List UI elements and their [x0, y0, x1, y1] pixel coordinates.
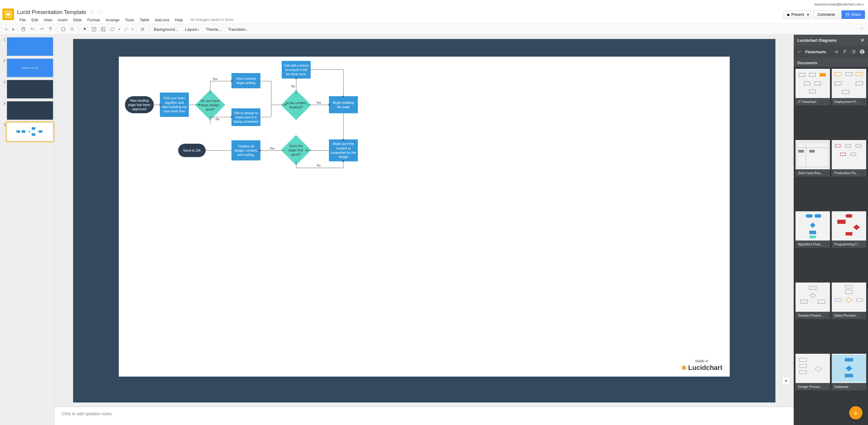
menu-tools[interactable]: Tools [122, 17, 136, 24]
fc-support: Make sure the content is supported by th… [329, 139, 358, 161]
svg-rect-3 [847, 14, 848, 14]
menu-arrange[interactable]: Arrange [103, 17, 122, 24]
undo-icon[interactable] [28, 25, 37, 33]
doc-label: Swim lane flow... [796, 169, 830, 176]
doc-label: Production Flo... [832, 169, 866, 176]
doc-card[interactable]: Algorithm Flow... [796, 211, 830, 248]
image-icon[interactable] [99, 25, 107, 33]
doc-card[interactable]: Sales Process ... [832, 283, 866, 319]
line-dropdown[interactable]: ▾ [131, 25, 134, 33]
svg-rect-66 [845, 374, 853, 377]
print-icon[interactable] [19, 25, 28, 33]
account-icon[interactable] [860, 49, 865, 55]
slide-canvas[interactable]: New landing page has been approved Pull … [119, 57, 730, 377]
redo-icon[interactable] [37, 25, 46, 33]
close-icon[interactable]: ✕ [860, 37, 864, 43]
menu-edit[interactable]: Edit [29, 17, 40, 24]
menu-help[interactable]: Help [173, 17, 185, 24]
doc-card[interactable]: Database [832, 354, 866, 390]
svg-rect-10 [141, 28, 144, 30]
doc-title[interactable]: Lucid Presentation Template [17, 9, 86, 15]
svg-marker-56 [845, 297, 852, 303]
svg-point-18 [861, 50, 863, 52]
svg-rect-27 [856, 72, 863, 76]
transition-button[interactable]: Transition... [225, 27, 252, 32]
zoom-icon[interactable] [68, 25, 77, 33]
collapse-toolbar-icon[interactable]: ⌃ [858, 25, 866, 33]
paint-format-icon[interactable] [46, 25, 55, 33]
svg-point-8 [102, 28, 103, 29]
new-slide-button[interactable]: ＋ [2, 25, 10, 33]
slide-thumb-1[interactable] [7, 37, 53, 56]
fit-icon[interactable] [59, 25, 68, 33]
shape-dropdown[interactable]: ▾ [117, 25, 121, 33]
theme-button[interactable]: Theme... [203, 27, 224, 32]
svg-rect-23 [814, 81, 820, 85]
menu-table[interactable]: Table [137, 17, 152, 24]
svg-marker-48 [853, 224, 860, 230]
svg-rect-53 [818, 300, 825, 303]
slide-thumb-2[interactable]: Diagrams done right [7, 59, 53, 77]
menu-file[interactable]: File [17, 17, 28, 24]
doc-card[interactable]: Programming F... [832, 211, 866, 248]
star-icon[interactable] [89, 10, 94, 14]
list-icon[interactable] [851, 49, 857, 55]
new-slide-dropdown[interactable]: ▾ [11, 25, 15, 33]
doc-label: Deployment Fl... [832, 98, 866, 105]
menu-view[interactable]: View [41, 17, 55, 24]
doc-card[interactable]: Swim lane flow... [796, 140, 830, 176]
shape-icon[interactable] [108, 25, 117, 33]
fc-pull-team: Pull your team together and start buildi… [160, 93, 189, 117]
menu-insert[interactable]: Insert [55, 17, 70, 24]
svg-rect-44 [809, 231, 816, 234]
doc-card[interactable]: Deployment Fl... [832, 69, 866, 105]
refresh-icon[interactable]: ⟳ [834, 49, 839, 55]
comment-icon[interactable] [138, 25, 147, 33]
layout-button[interactable]: Layout [182, 27, 202, 32]
svg-rect-22 [804, 81, 810, 85]
menu-format[interactable]: Format [85, 17, 102, 24]
svg-rect-49 [845, 232, 852, 235]
svg-rect-59 [800, 358, 807, 361]
svg-rect-14 [32, 133, 35, 136]
background-button[interactable]: Background... [151, 27, 181, 32]
fc-content-q: Is the content finished? [285, 94, 307, 116]
doc-card[interactable]: Sample Flowch... [796, 283, 830, 319]
select-tool-icon[interactable] [81, 25, 89, 33]
comments-button[interactable]: Comments [813, 10, 839, 19]
explore-button[interactable]: ✦ [782, 377, 790, 385]
sort-icon[interactable] [842, 49, 848, 55]
doc-card[interactable]: IT Flowchart [796, 69, 830, 105]
doc-card[interactable]: Design Proces... [796, 354, 830, 390]
slides-logo[interactable] [2, 8, 14, 20]
svg-rect-41 [806, 214, 813, 218]
drive-icon[interactable] [97, 10, 102, 14]
present-dropdown[interactable]: ▾ [805, 10, 811, 19]
user-email[interactable]: laurenmcneely@lucidchart.com [815, 2, 866, 6]
menu-addons[interactable]: Add-ons [152, 17, 172, 24]
svg-point-5 [71, 28, 73, 30]
fc-qa: Send to QA [178, 144, 206, 157]
new-diagram-fab[interactable]: ＋ [849, 406, 863, 420]
menu-slide[interactable]: Slide [71, 17, 84, 24]
slide-thumb-5[interactable] [7, 122, 53, 141]
fc-start: New landing page has been approved [125, 96, 154, 113]
svg-rect-52 [801, 300, 808, 303]
fc-talk-design: Talk to design to make sure it is being … [231, 108, 260, 126]
share-button[interactable]: Share [841, 10, 865, 19]
slide-num: 2 [1, 59, 7, 77]
panel-breadcrumb: Flowcharts [805, 50, 831, 54]
svg-rect-26 [845, 72, 852, 76]
speaker-notes[interactable]: Click to add speaker notes [55, 407, 794, 425]
textbox-icon[interactable] [90, 25, 98, 33]
svg-rect-37 [845, 144, 850, 147]
back-icon[interactable]: ← [797, 49, 802, 55]
slide-thumb-3[interactable] [7, 80, 53, 99]
present-button[interactable]: ▶Present [783, 10, 808, 19]
slide-num: 4 [1, 101, 7, 120]
doc-card[interactable]: Production Flo... [832, 140, 866, 176]
fc-look-q: Does the page look good? [285, 139, 307, 161]
svg-rect-25 [835, 72, 841, 76]
line-icon[interactable] [122, 25, 130, 33]
slide-thumb-4[interactable] [7, 101, 53, 120]
